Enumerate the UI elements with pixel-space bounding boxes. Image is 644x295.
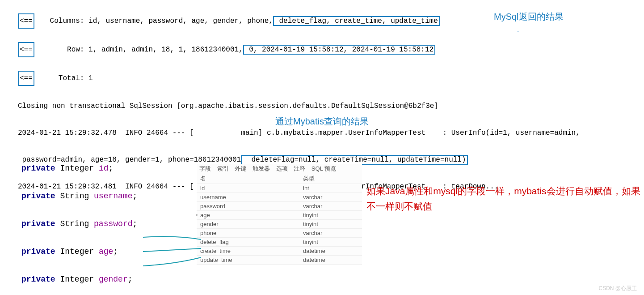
arrow-marker: <== bbox=[18, 13, 34, 29]
db-schema-panel: 字段 索引 外键 触发器 选项 注释 SQL 预览 名 类型 idint use… bbox=[197, 164, 362, 265]
log-info1: 2024-01-21 15:29:32.478 INFO 24664 --- [… bbox=[18, 126, 580, 140]
col-name: delete_flag bbox=[200, 239, 303, 245]
schema-row: delete_flagtinyint bbox=[197, 238, 362, 247]
log-closing: Closing non transactional SqlSession [or… bbox=[18, 99, 580, 113]
semi: ; bbox=[132, 192, 137, 201]
semi: ; bbox=[113, 247, 118, 256]
schema-row: usernamevarchar bbox=[197, 193, 362, 202]
log-total: Total: 1 bbox=[37, 74, 93, 82]
annotation-mybatis-result: 通过Mybatis查询的结果 bbox=[275, 115, 369, 128]
java-field: password bbox=[94, 219, 132, 228]
semi: ; bbox=[108, 164, 113, 173]
java-field: age bbox=[99, 247, 113, 256]
tab-index[interactable]: 索引 bbox=[217, 165, 229, 172]
java-keyword: private bbox=[21, 247, 55, 256]
java-field: gender bbox=[99, 275, 128, 284]
tab-fields[interactable]: 字段 bbox=[199, 165, 211, 172]
schema-row: update_timedatetime bbox=[197, 256, 362, 265]
schema-row: gendertinyint bbox=[197, 220, 362, 229]
schema-row: create_timedatetime bbox=[197, 247, 362, 256]
col-name: phone bbox=[200, 230, 303, 236]
col-type: varchar bbox=[303, 194, 357, 201]
col-name: create_time bbox=[200, 248, 303, 254]
java-fields: private Integer id; private String usern… bbox=[21, 148, 152, 295]
semi: ; bbox=[132, 219, 137, 228]
col-name: id bbox=[200, 185, 303, 192]
java-keyword: private bbox=[21, 219, 55, 228]
java-keyword: private bbox=[21, 192, 55, 201]
col-type-header: 类型 bbox=[303, 175, 357, 183]
schema-header: 名 类型 bbox=[197, 174, 362, 184]
tab-comment[interactable]: 注释 bbox=[294, 165, 305, 172]
log-row-highlight: 0, 2024-01-19 15:58:12, 2024-01-19 15:58… bbox=[243, 45, 435, 55]
java-type: String bbox=[60, 192, 89, 201]
schema-tabs: 字段 索引 外键 触发器 选项 注释 SQL 预览 bbox=[197, 164, 362, 174]
annotation-mysql-result: MySql返回的结果 bbox=[494, 11, 564, 23]
col-type: varchar bbox=[303, 203, 357, 209]
log-columns-highlight: delete_flag, create_time, update_time bbox=[273, 16, 440, 26]
java-type: String bbox=[60, 219, 89, 228]
col-name: username bbox=[200, 194, 303, 201]
arrow-marker: <== bbox=[18, 42, 34, 57]
col-type: tinyint bbox=[303, 221, 357, 227]
java-type: Integer bbox=[60, 247, 94, 256]
tab-trigger[interactable]: 触发器 bbox=[253, 165, 270, 172]
col-name: gender bbox=[200, 221, 303, 227]
schema-row: phonevarchar bbox=[197, 229, 362, 238]
java-keyword: private bbox=[21, 164, 55, 173]
col-name: age bbox=[200, 212, 303, 218]
java-field: id bbox=[99, 164, 109, 173]
java-keyword: private bbox=[21, 275, 55, 284]
log-row-pre: Row: 1, admin, admin, 18, 1, 18612340001… bbox=[37, 46, 243, 54]
schema-row: passwordvarchar bbox=[197, 202, 362, 211]
schema-row: agetinyint bbox=[197, 211, 362, 220]
semi: ; bbox=[128, 275, 133, 284]
tab-fk[interactable]: 外键 bbox=[235, 165, 246, 172]
watermark: CSDN @心愿王 bbox=[598, 285, 637, 292]
col-type: varchar bbox=[303, 230, 357, 236]
col-type: datetime bbox=[303, 257, 357, 263]
java-field: username bbox=[94, 192, 132, 201]
annotation-dot: . bbox=[516, 27, 520, 34]
log-columns-pre: Columns: id, username, password, age, ge… bbox=[37, 17, 273, 25]
arrow-marker: <== bbox=[18, 71, 34, 86]
annotation-red-note: 如果Java属性和mysql的字段一样，mybatis会进行自动赋值，如果不一样… bbox=[366, 184, 644, 214]
log-info1b-highlight: deleteFlag=null, createTime=null, update… bbox=[241, 155, 467, 165]
col-type: tinyint bbox=[303, 212, 357, 218]
tab-sql-preview[interactable]: SQL 预览 bbox=[311, 165, 336, 172]
col-type: tinyint bbox=[303, 239, 357, 245]
col-name-header: 名 bbox=[200, 175, 303, 183]
col-type: datetime bbox=[303, 248, 357, 254]
col-name: update_time bbox=[200, 257, 303, 263]
col-type: int bbox=[303, 185, 357, 192]
schema-row: idint bbox=[197, 184, 362, 193]
tab-options[interactable]: 选项 bbox=[276, 165, 288, 172]
java-type: Integer bbox=[60, 164, 94, 173]
col-name: password bbox=[200, 203, 303, 209]
java-type: Integer bbox=[60, 275, 94, 284]
